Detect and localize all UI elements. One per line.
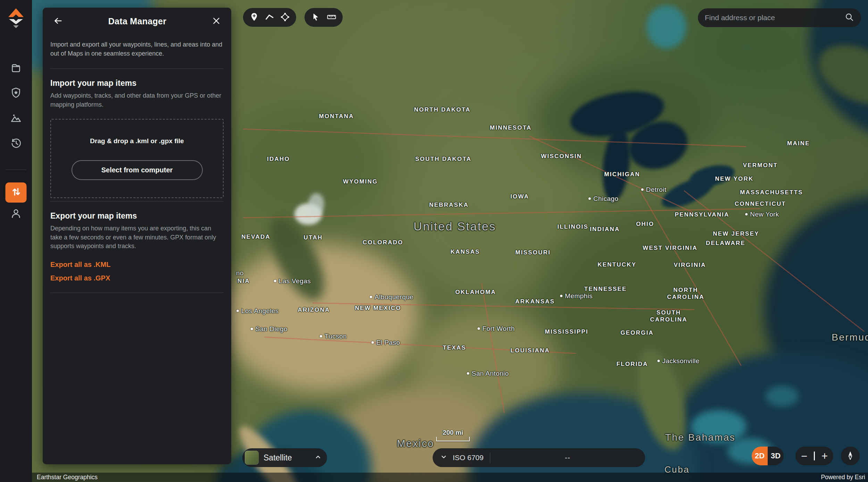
basemap-selector[interactable]: Satellite [242,448,327,467]
select-from-computer-button[interactable]: Select from computer [72,160,203,180]
file-dropzone[interactable]: Drag & drop a .kml or .gpx file Select f… [50,119,224,198]
measure-tool-button[interactable] [326,11,337,24]
search-icon[interactable] [844,12,854,23]
export-description: Depending on how many items you are expo… [50,224,224,251]
ocean-patch [766,386,799,407]
city-dot [589,198,591,200]
account-icon [10,207,22,221]
zoom-in-button[interactable]: + [821,451,828,461]
zoom-out-button[interactable]: − [801,451,807,461]
view-2d-button[interactable]: 2D [752,447,768,465]
app-sidebar [0,0,32,482]
basemap-thumbnail [245,451,259,465]
panel-body: Import and export all your waypoints, li… [43,40,231,293]
map-city-label: New York [745,211,779,218]
attribution-right: Powered by Esri [821,474,865,481]
ocean-patch [691,410,746,443]
draw-line-icon [264,12,275,23]
search-input[interactable] [705,14,844,22]
zoom-divider [814,451,815,460]
terrain-patch [222,243,420,393]
sidebar-item-account[interactable] [6,204,26,224]
onx-logo[interactable] [6,7,26,30]
chevron-up-icon [314,453,322,463]
close-button[interactable] [210,15,222,28]
compass-button[interactable] [841,447,860,465]
add-waypoint-icon [249,12,259,23]
map-state-label: MAINE [787,140,810,147]
map-state-label: CONNECTICUT [735,201,786,207]
section-divider [50,293,224,293]
data-manager-panel: Data Manager Import and export all your … [43,8,231,464]
city-dot [745,213,748,216]
panel-title: Data Manager [64,16,210,26]
export-heading: Export your map items [50,211,224,221]
history-icon [10,137,22,150]
mountains-icon [10,112,22,125]
zoom-controls: − + [795,447,833,465]
draw-line-button[interactable] [264,11,275,24]
chevron-down-icon [440,453,448,463]
basemap-label: Satellite [264,453,292,463]
draw-area-icon [280,12,290,23]
map-library-icon [10,62,22,76]
compass-needle-icon [845,450,856,462]
map-state-label: VERMONT [743,162,778,169]
coordinate-value: -- [490,454,645,462]
close-icon [212,16,221,26]
sidebar-item-history[interactable] [6,134,26,153]
coordinate-format-label: ISO 6709 [453,454,484,462]
app-root: MONTANANORTH DAKOTAMINNESOTAIDAHOWYOMING… [0,0,868,482]
panel-intro-text: Import and export all your waypoints, li… [50,40,224,58]
sidebar-divider [6,170,26,170]
shield-star-icon [10,87,22,100]
sidebar-item-membership[interactable] [6,84,26,103]
measure-icon [326,12,337,23]
ocean-patch [646,5,686,49]
sidebar-item-map-library[interactable] [6,59,26,79]
select-toolbar [304,8,343,27]
add-waypoint-button[interactable] [248,11,260,24]
map-state-label: NEVADA [241,234,270,240]
cursor-icon [310,12,320,23]
import-heading: Import your map items [50,79,224,88]
search-bar [698,8,861,27]
view-mode-toggle: 2D 3D [752,447,784,465]
map-state-label: NORTH DAKOTA [414,106,470,113]
back-button[interactable] [52,15,64,28]
export-kml-link[interactable]: Export all as .KML [50,261,224,269]
section-divider [50,201,224,202]
sidebar-item-terrain[interactable] [6,109,26,128]
sidebar-item-data-manager[interactable] [6,182,27,203]
terrain-patch [308,193,324,215]
map-state-label: MASSACHUSETTS [740,189,803,196]
coordinate-readout[interactable]: ISO 6709 -- [433,448,645,467]
import-description: Add waypoints, tracks, and other data fr… [50,91,224,109]
draw-toolbar [243,8,296,27]
draw-area-button[interactable] [279,11,291,24]
cursor-tool-button[interactable] [310,11,321,24]
export-gpx-link[interactable]: Export all as .GPX [50,274,224,282]
import-export-icon [10,186,22,199]
attribution-left: Earthstar Geographics [37,474,98,481]
section-divider [50,68,224,69]
map-attribution: Earthstar Geographics Powered by Esri [32,473,868,482]
back-arrow-icon [53,16,63,27]
panel-header: Data Manager [43,8,231,35]
map-state-label: COLORADO [363,239,403,246]
dropzone-label: Drag & drop a .kml or .gpx file [90,137,184,145]
